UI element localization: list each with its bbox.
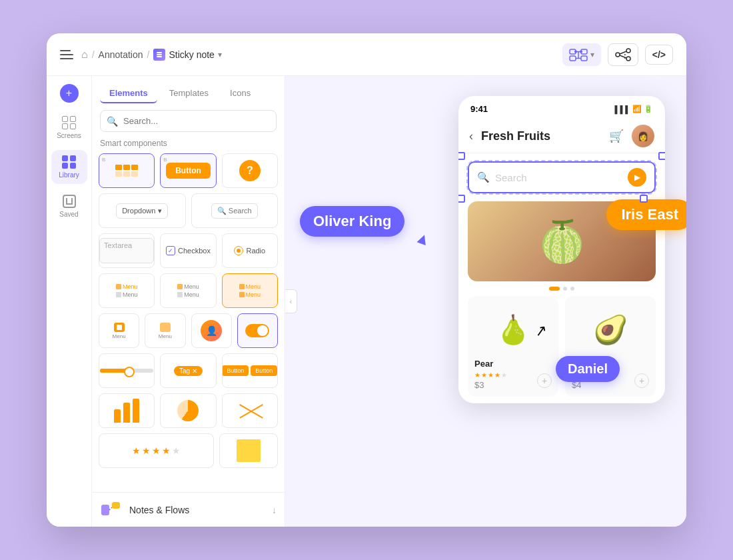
svg-line-16 xyxy=(109,507,112,510)
stickynote-icon xyxy=(237,439,261,462)
app-window: ⌂ / Annotation / Sticky note ▾ xyxy=(47,33,686,527)
sidebar-narrow: + Screens Library Saved xyxy=(47,76,92,527)
carousel-dot-3 xyxy=(570,287,574,291)
flow-icon xyxy=(569,47,588,62)
comp-row-2: Dropdown ▾ 🔍 Search xyxy=(99,193,278,228)
notes-flows-label: Notes & Flows xyxy=(129,505,189,515)
menu1-component[interactable]: Menu Menu xyxy=(99,273,155,308)
code-button[interactable]: </> xyxy=(645,45,673,65)
search-input[interactable] xyxy=(100,110,277,132)
flow-chevron-icon[interactable]: ▾ xyxy=(590,50,594,59)
fruit-card-pear[interactable]: 🍐 Pear ★★ ★★ ★ $3 xyxy=(468,296,558,397)
slider-component[interactable] xyxy=(99,353,155,388)
home-icon[interactable]: ⌂ xyxy=(81,49,88,61)
hero-fruit-icon: 🍈 xyxy=(537,218,587,265)
avocado-add-button[interactable]: + xyxy=(634,373,649,388)
textarea-component[interactable]: Textarea xyxy=(99,233,155,268)
checkbox-icon: ✓ Checkbox xyxy=(166,246,211,255)
comp-row-5: Menu Menu 👤 xyxy=(99,313,278,348)
dropdown-component[interactable]: Dropdown ▾ xyxy=(99,193,186,228)
resize-handle-tl[interactable] xyxy=(458,152,465,160)
question-component[interactable]: ? xyxy=(222,153,278,188)
mobile-search-box[interactable]: 🔍 Search ▶ xyxy=(468,161,656,193)
crossline-component[interactable] xyxy=(222,393,278,428)
mobile-search-area: 🔍 Search ▶ xyxy=(458,153,665,201)
carousel-dot-2 xyxy=(563,287,567,291)
pear-add-button[interactable]: + xyxy=(537,373,552,388)
notes-flows-icon xyxy=(100,499,121,521)
svg-point-11 xyxy=(626,57,630,61)
button-icon: Button xyxy=(166,163,211,179)
barchart-component[interactable] xyxy=(99,393,155,428)
user-avatar[interactable]: 👩 xyxy=(632,125,654,147)
sidebar-item-saved[interactable]: Saved xyxy=(51,189,87,223)
canvas-area[interactable]: ‹ Oliver King ▲ 9:41 ▌▌▌ 📶 🔋 xyxy=(285,76,686,527)
svg-point-10 xyxy=(626,49,630,53)
pear-price: $3 xyxy=(474,380,507,390)
menu3-component[interactable]: Menu Menu xyxy=(222,273,278,308)
mobile-topbar: ‹ Fresh Fruits 🛒 👩 xyxy=(458,119,665,153)
panel-search-container: 🔍 xyxy=(100,110,277,132)
toggle-component[interactable] xyxy=(237,313,278,348)
signal-icons: ▌▌▌ 📶 🔋 xyxy=(615,105,653,113)
stars-component[interactable]: ★ ★ ★ ★ ★ xyxy=(99,433,214,468)
notes-flows-chevron-icon[interactable]: ↓ xyxy=(272,505,277,515)
breadcrumb: ⌂ / Annotation / Sticky note ▾ xyxy=(81,49,222,61)
menu5-component[interactable]: Menu xyxy=(145,313,185,348)
panel-tabs: Elements Templates Icons xyxy=(92,76,285,103)
menu2-component[interactable]: Menu Menu xyxy=(160,273,216,308)
battery-icon: 🔋 xyxy=(644,105,653,113)
comp-row-8: ★ ★ ★ ★ ★ xyxy=(99,433,278,468)
piechart-component[interactable] xyxy=(160,393,216,428)
table-component[interactable]: B xyxy=(99,153,155,188)
sidebar-item-library[interactable]: Library xyxy=(51,150,87,184)
comp-row-6: Tag ✕ Button Button xyxy=(99,353,278,388)
pear-bottom: ★★ ★★ ★ $3 + xyxy=(474,371,552,390)
avatar-icon: 👤 xyxy=(201,320,222,341)
notes-flows-bar[interactable]: Notes & Flows ↓ xyxy=(92,492,285,527)
tag-component[interactable]: Tag ✕ xyxy=(160,353,216,388)
search-component[interactable]: 🔍 Search xyxy=(191,193,279,228)
back-arrow-icon[interactable]: ‹ xyxy=(469,129,473,143)
menu4-component[interactable]: Menu xyxy=(99,313,139,348)
chevron-down-icon[interactable]: ▾ xyxy=(218,50,222,59)
avatar-component[interactable]: 👤 xyxy=(191,313,232,348)
crossline-icon xyxy=(238,401,262,420)
resize-handle-bl[interactable] xyxy=(458,195,465,203)
breadcrumb-annotation[interactable]: Annotation xyxy=(99,49,143,60)
sidebar-item-screens[interactable]: Screens xyxy=(51,111,87,145)
add-button[interactable]: + xyxy=(60,84,79,103)
connect-icon xyxy=(615,48,631,61)
resize-handle-br[interactable] xyxy=(640,195,648,203)
screens-label: Screens xyxy=(57,132,81,139)
search-comp-icon: 🔍 Search xyxy=(211,203,258,219)
bubble-oliver: Oliver King xyxy=(300,206,404,237)
tab-icons[interactable]: Icons xyxy=(221,84,260,103)
flow-button[interactable]: ▾ xyxy=(562,43,601,66)
tab-templates[interactable]: Templates xyxy=(160,84,218,103)
btngroup-component[interactable]: Button Button xyxy=(222,353,278,388)
button-component[interactable]: Button B xyxy=(160,153,216,188)
mobile-search-text: Search xyxy=(495,172,622,183)
stickynote-component[interactable] xyxy=(219,433,278,468)
radio-component[interactable]: Radio xyxy=(222,233,278,268)
carousel-dots xyxy=(468,287,656,291)
checkbox-component[interactable]: ✓ Checkbox xyxy=(160,233,216,268)
saved-label: Saved xyxy=(59,211,78,218)
tab-elements[interactable]: Elements xyxy=(100,84,157,103)
svg-point-8 xyxy=(580,50,582,53)
svg-point-7 xyxy=(574,50,577,53)
breadcrumb-sticky-label[interactable]: Sticky note xyxy=(169,49,214,60)
svg-rect-15 xyxy=(112,502,120,509)
slider-icon xyxy=(100,369,153,373)
code-icon: </> xyxy=(652,49,666,60)
resize-handle-tr[interactable] xyxy=(658,152,665,160)
connect-button[interactable] xyxy=(608,43,638,66)
hamburger-menu[interactable] xyxy=(60,50,73,59)
mobile-time: 9:41 xyxy=(470,104,488,114)
main-content: + Screens Library Saved xyxy=(47,76,686,527)
pear-name: Pear xyxy=(474,359,552,369)
collapse-handle[interactable]: ‹ xyxy=(285,289,297,313)
play-button[interactable]: ▶ xyxy=(628,168,646,187)
cart-icon[interactable]: 🛒 xyxy=(609,129,624,143)
